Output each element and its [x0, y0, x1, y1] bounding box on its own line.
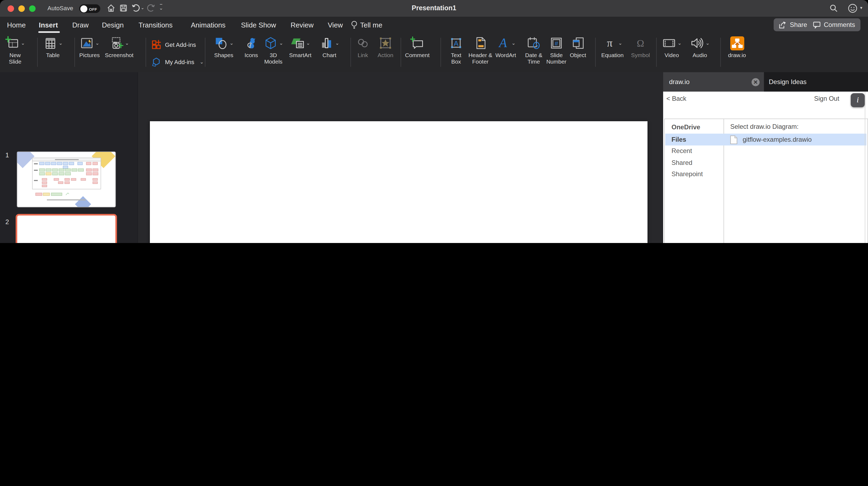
file-name: gitflow-examples.drawio: [743, 136, 812, 143]
svg-text:#: #: [555, 40, 558, 47]
audio-label: Audio: [692, 52, 707, 59]
my-addins-button[interactable]: My Add-ins ⌄: [152, 57, 204, 67]
chart-button[interactable]: ⌄ Chart: [318, 36, 341, 59]
audio-button[interactable]: ⌄ Audio: [688, 36, 711, 59]
tab-design[interactable]: Design: [102, 21, 124, 29]
table-button[interactable]: ⌄ Table: [41, 36, 64, 59]
tab-tell-me[interactable]: Tell me: [360, 21, 382, 29]
tab-review[interactable]: Review: [290, 21, 313, 29]
slide-1-thumbnail[interactable]: [17, 152, 116, 207]
video-chevron[interactable]: ⌄: [677, 40, 681, 46]
smartart-button[interactable]: ⌄ SmartArt: [286, 36, 314, 59]
pictures-chevron[interactable]: ⌄: [95, 40, 99, 46]
chart-label: Chart: [322, 52, 336, 59]
slide-number-button[interactable]: # Slide Number: [544, 36, 569, 65]
audio-chevron[interactable]: ⌄: [706, 40, 710, 46]
action-label: Action: [378, 52, 393, 59]
new-slide-button[interactable]: ⌄ New Slide: [3, 36, 28, 65]
object-button[interactable]: Object: [567, 36, 589, 59]
my-addins-icon: [152, 57, 161, 67]
share-button[interactable]: Share: [774, 18, 812, 31]
comment-button[interactable]: Comment: [403, 36, 431, 59]
sidebar-item-sharepoint[interactable]: Sharepoint: [665, 168, 730, 180]
group-divider: [74, 38, 75, 67]
3d-models-chevron[interactable]: ⌄: [279, 40, 283, 46]
editing-area: Click to add notes: [137, 72, 664, 243]
comments-label: Comments: [824, 21, 855, 29]
info-badge[interactable]: i: [851, 93, 865, 107]
tab-insert[interactable]: Insert: [39, 21, 58, 29]
tab-view[interactable]: View: [328, 21, 343, 29]
slide-thumbnail-panel: 1: [0, 72, 137, 243]
group-divider: [440, 38, 441, 67]
tab-home[interactable]: Home: [7, 21, 26, 29]
my-addins-chevron[interactable]: ⌄: [200, 59, 204, 65]
date-time-icon: [527, 36, 541, 50]
tab-animations[interactable]: Animations: [191, 21, 226, 29]
search-icon[interactable]: [829, 4, 838, 13]
sidebar-item-files[interactable]: Files: [665, 134, 730, 145]
get-addins-button[interactable]: Get Add-ins: [152, 40, 196, 50]
close-taskpane-icon[interactable]: ✕: [751, 78, 760, 86]
sidebar-item-recent[interactable]: Recent: [665, 145, 730, 157]
group-divider: [656, 38, 657, 67]
screenshot-button[interactable]: ⌄ Screenshot: [103, 36, 135, 59]
slide-canvas[interactable]: [150, 121, 648, 243]
get-addins-label: Get Add-ins: [165, 41, 196, 48]
link-button: Link: [354, 36, 372, 59]
new-slide-chevron[interactable]: ⌄: [21, 40, 25, 46]
shapes-label: Shapes: [214, 52, 233, 59]
wordart-label: WordArt: [495, 52, 516, 59]
video-label: Video: [664, 52, 679, 59]
slide-2-thumbnail-selected[interactable]: [16, 214, 117, 243]
taskpane-tab-design-ideas[interactable]: Design Ideas: [764, 72, 868, 92]
tab-draw[interactable]: Draw: [72, 21, 89, 29]
drawio-label: draw.io: [728, 52, 746, 59]
group-divider: [146, 38, 146, 67]
date-time-label: Date & Time: [522, 52, 546, 65]
sharepoint-label: Sharepoint: [672, 170, 703, 178]
recent-label: Recent: [672, 148, 692, 155]
pictures-button[interactable]: ⌄ Pictures: [77, 36, 102, 59]
screenshot-chevron[interactable]: ⌄: [125, 40, 129, 46]
tab-slide-show[interactable]: Slide Show: [241, 21, 276, 29]
sidebar-item-onedrive[interactable]: OneDrive: [665, 121, 730, 133]
header-footer-button[interactable]: Header & Footer: [466, 36, 495, 65]
taskpane-tab-drawio[interactable]: draw.io ✕: [663, 72, 764, 92]
icons-button[interactable]: Icons: [242, 36, 261, 59]
wordart-button[interactable]: A⌄ WordArt: [493, 36, 519, 59]
wordart-icon: A: [496, 36, 510, 50]
comments-button[interactable]: Comments: [808, 18, 861, 31]
text-box-button[interactable]: A Text Box: [446, 36, 466, 65]
pane-scrollbar-track[interactable]: [865, 92, 865, 243]
sign-out-link[interactable]: Sign Out: [814, 95, 839, 102]
smartart-chevron[interactable]: ⌄: [306, 40, 310, 46]
sidebar-item-shared[interactable]: Shared: [665, 157, 730, 168]
group-divider: [350, 38, 351, 67]
account-icon[interactable]: [847, 3, 858, 13]
table-chevron[interactable]: ⌄: [59, 40, 63, 46]
3d-models-button[interactable]: ⌄ 3D Models: [261, 36, 286, 65]
shapes-chevron[interactable]: ⌄: [229, 40, 234, 46]
file-row-selected[interactable]: gitflow-examples.drawio: [724, 134, 866, 145]
drawio-ribbon-button[interactable]: draw.io: [724, 36, 749, 59]
smartart-icon: [290, 36, 304, 50]
wordart-chevron[interactable]: ⌄: [512, 40, 516, 46]
chart-chevron[interactable]: ⌄: [335, 40, 339, 46]
symbol-button: Ω Symbol: [629, 36, 652, 59]
slide-number-icon: #: [549, 36, 563, 50]
date-time-button[interactable]: Date & Time: [522, 36, 546, 65]
equation-button[interactable]: π⌄ Equation: [598, 36, 626, 59]
share-icon: [779, 21, 786, 28]
select-diagram-label: Select draw.io Diagram:: [730, 123, 799, 130]
equation-chevron[interactable]: ⌄: [618, 40, 622, 46]
slide-1-preview: [17, 152, 115, 207]
tab-transitions[interactable]: Transitions: [138, 21, 173, 29]
back-link[interactable]: < Back: [666, 95, 686, 102]
taskpane-tab-drawio-label: draw.io: [669, 78, 689, 86]
svg-text:Ω: Ω: [637, 38, 644, 49]
active-tab-underline: [38, 31, 60, 33]
video-button[interactable]: ⌄ Video: [661, 36, 683, 59]
shapes-button[interactable]: ⌄ Shapes: [211, 36, 236, 59]
account-dropdown-chevron[interactable]: ▼: [859, 6, 863, 10]
